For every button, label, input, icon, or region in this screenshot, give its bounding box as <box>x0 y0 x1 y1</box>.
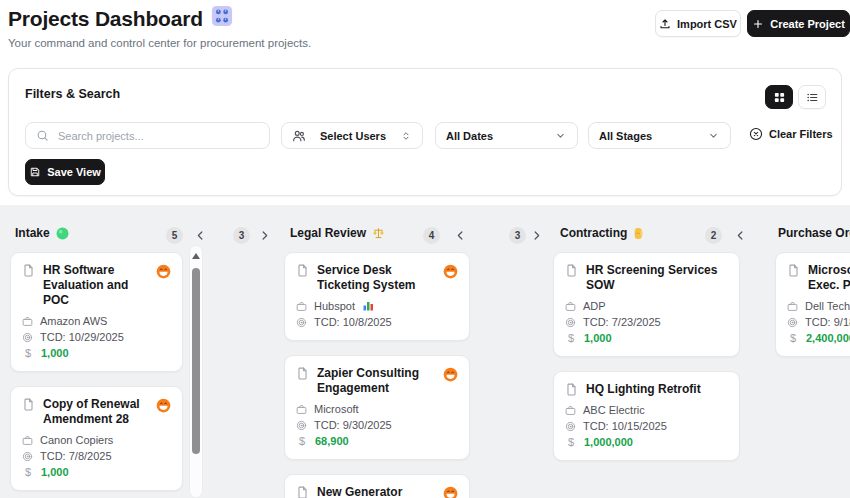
clear-filters-button[interactable]: Clear Filters <box>749 127 833 141</box>
briefcase-icon <box>296 301 307 312</box>
fist-icon <box>633 227 644 240</box>
document-icon <box>296 264 309 277</box>
select-users-dropdown[interactable]: Select Users <box>281 122 423 149</box>
smiley-icon <box>443 264 458 279</box>
vendor-row: Dell Technologies <box>787 298 850 314</box>
import-csv-button[interactable]: Import CSV <box>655 10 741 37</box>
column-count-badge: 4 <box>423 227 440 244</box>
card-header: HQ Lighting Retrofit <box>565 382 728 397</box>
filters-panel: Filters & Search Select Users All Dates … <box>8 68 842 196</box>
chevron-down-icon <box>707 129 720 142</box>
column-prev-button[interactable] <box>193 228 208 243</box>
card-header: Microsoft Exec. Purchase <box>787 263 850 293</box>
column-next-button[interactable] <box>257 228 272 243</box>
card-meta: Canon CopiersTCD: 7/8/2025$1,000 <box>22 432 171 480</box>
list-view-toggle[interactable] <box>798 85 826 109</box>
search-input[interactable] <box>56 129 259 143</box>
dollar-icon: $ <box>22 466 34 478</box>
column-legal-review: Service Desk Ticketing SystemHubspotTCD:… <box>284 252 470 498</box>
smiley-icon <box>443 486 458 498</box>
vendor-name: ABC Electric <box>583 404 645 416</box>
card-meta: ADPTCD: 7/23/2025$1,000 <box>565 298 728 346</box>
column-count-badge: 2 <box>705 227 722 244</box>
vendor-row: ABC Electric <box>565 402 728 418</box>
clear-filters-label: Clear Filters <box>769 128 833 140</box>
vendor-name: ADP <box>583 300 606 312</box>
tcd-date: TCD: 10/8/2025 <box>314 316 392 328</box>
dollar-icon: $ <box>296 435 308 447</box>
scrollbar-thumb[interactable] <box>192 268 200 454</box>
tcd-date: TCD: 9/30/2025 <box>314 419 392 431</box>
column-title-purchase-orders: Purchase Orders <box>778 226 850 240</box>
control-knobs-icon <box>211 5 233 32</box>
tcd-date: TCD: 10/15/2025 <box>583 420 667 432</box>
scales-icon <box>372 227 385 240</box>
card-title: Zapier Consulting Engagement <box>317 366 439 396</box>
briefcase-icon <box>22 435 33 446</box>
dollar-icon: $ <box>22 347 34 359</box>
briefcase-icon <box>22 316 33 327</box>
card-header: Service Desk Ticketing System <box>296 263 458 293</box>
project-value: 1,000,000 <box>584 436 633 448</box>
tcd-row: TCD: 9/30/2025 <box>296 417 458 433</box>
vendor-row: Canon Copiers <box>22 432 171 448</box>
x-circle-icon <box>749 127 763 141</box>
column-next-button[interactable] <box>529 228 544 243</box>
column-title-contracting: Contracting <box>560 226 644 240</box>
create-project-label: Create Project <box>770 18 845 30</box>
card-header: Zapier Consulting Engagement <box>296 366 458 396</box>
column-contracting: HR Screening Services SOWADPTCD: 7/23/20… <box>553 252 740 461</box>
card-title: HQ Lighting Retrofit <box>586 382 724 397</box>
document-icon <box>565 383 578 396</box>
value-row: $2,400,000 <box>787 330 850 346</box>
tcd-row: TCD: 10/29/2025 <box>22 329 171 345</box>
tcd-date: TCD: 7/23/2025 <box>583 316 661 328</box>
green-circle-icon <box>56 227 69 240</box>
project-value: 68,900 <box>315 435 349 447</box>
project-card[interactable]: Microsoft Exec. PurchaseDell Technologie… <box>775 252 850 357</box>
vendor-row: Microsoft <box>296 401 458 417</box>
vendor-name: Canon Copiers <box>40 434 113 446</box>
grid-view-toggle[interactable] <box>765 85 793 109</box>
all-stages-dropdown[interactable]: All Stages <box>588 122 731 149</box>
project-card[interactable]: HQ Lighting RetrofitABC ElectricTCD: 10/… <box>553 371 740 461</box>
column-page-badge: 3 <box>233 227 250 244</box>
tcd-date: TCD: 10/29/2025 <box>40 331 124 343</box>
grid-icon <box>773 91 786 104</box>
value-row: $68,900 <box>296 433 458 449</box>
project-value: 1,000 <box>41 347 69 359</box>
tcd-row: TCD: 10/15/2025 <box>565 418 728 434</box>
card-header: New Generator Install <box>296 485 458 498</box>
project-value: 1,000 <box>584 332 612 344</box>
project-card[interactable]: HR Software Evaluation and POCAmazon AWS… <box>10 252 183 372</box>
column-count-badge: 5 <box>166 227 183 244</box>
page-subtitle: Your command and control center for proc… <box>8 37 311 49</box>
all-dates-dropdown[interactable]: All Dates <box>435 122 578 149</box>
project-card[interactable]: Service Desk Ticketing SystemHubspotTCD:… <box>284 252 470 341</box>
bar-chart-icon <box>362 300 374 312</box>
column-prev-button[interactable] <box>453 228 468 243</box>
save-view-button[interactable]: Save View <box>25 159 105 185</box>
card-title: HR Screening Services SOW <box>586 263 724 293</box>
value-row: $1,000 <box>565 330 728 346</box>
create-project-button[interactable]: Create Project <box>747 10 850 37</box>
value-row: $1,000 <box>22 345 171 361</box>
value-row: $1,000,000 <box>565 434 728 450</box>
search-field[interactable] <box>25 122 270 149</box>
project-card[interactable]: New Generator Install <box>284 474 470 498</box>
page-title: Projects Dashboard <box>8 5 233 32</box>
intake-column-scrollbar[interactable] <box>189 245 203 498</box>
column-prev-button[interactable] <box>733 228 748 243</box>
card-title: Copy of Renewal Amendment 28 <box>43 397 152 427</box>
document-icon <box>787 264 800 277</box>
column-page-badge: 3 <box>509 227 526 244</box>
column-name: Legal Review <box>290 226 366 240</box>
chevron-down-icon <box>554 129 567 142</box>
project-card[interactable]: Zapier Consulting EngagementMicrosoftTCD… <box>284 355 470 460</box>
target-icon <box>296 420 307 431</box>
project-card[interactable]: HR Screening Services SOWADPTCD: 7/23/20… <box>553 252 740 357</box>
scroll-up-arrow-icon[interactable] <box>192 253 200 259</box>
target-icon <box>565 317 576 328</box>
project-card[interactable]: Copy of Renewal Amendment 28Canon Copier… <box>10 386 183 491</box>
column-purchase-orders: Microsoft Exec. PurchaseDell Technologie… <box>775 252 850 357</box>
